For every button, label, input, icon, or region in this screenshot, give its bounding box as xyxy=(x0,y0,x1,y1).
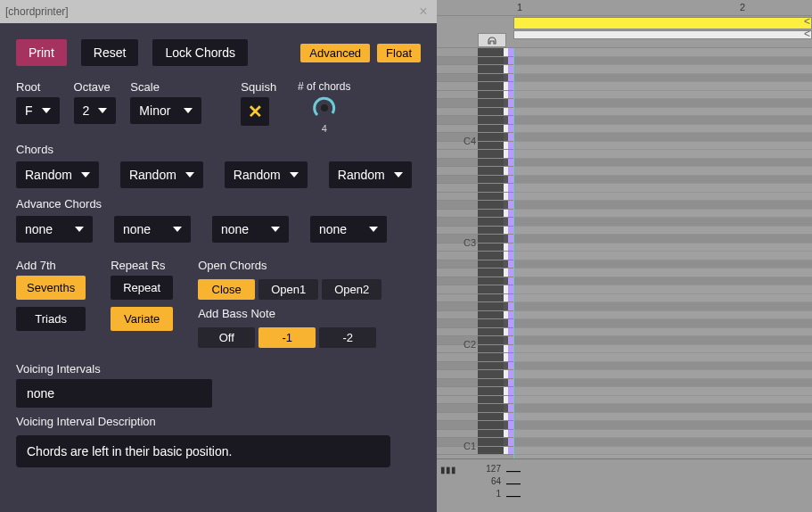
octave-select[interactable]: 2 xyxy=(74,97,117,124)
advance-slot-4[interactable]: none xyxy=(310,216,387,243)
bar-marker: 2 xyxy=(740,2,745,12)
bass-off-button[interactable]: Off xyxy=(198,327,255,348)
grid-lane xyxy=(513,277,812,286)
grid-lane xyxy=(513,404,812,413)
caret-down-icon xyxy=(184,108,193,113)
repeat-button[interactable]: Repeat xyxy=(111,276,173,300)
open-chords-label: Open Chords xyxy=(198,259,381,272)
grid-lane xyxy=(513,201,812,210)
preview-headphone-button[interactable] xyxy=(478,33,506,47)
key-lane xyxy=(437,218,513,227)
bass-minus1-button[interactable]: -1 xyxy=(258,327,316,348)
grid-lane xyxy=(513,370,812,379)
key-lane xyxy=(437,99,513,108)
advance-slot-1[interactable]: none xyxy=(16,216,93,243)
note-grid[interactable] xyxy=(513,48,812,458)
grid-lane xyxy=(513,99,812,108)
grid-lane xyxy=(513,142,812,151)
velocity-icon: ▮▮▮ xyxy=(440,465,456,475)
key-lane xyxy=(437,302,513,311)
num-chords-knob[interactable] xyxy=(311,95,338,121)
key-lane xyxy=(437,387,513,396)
key-lane xyxy=(437,277,513,286)
key-lane xyxy=(437,108,513,117)
print-button[interactable]: Print xyxy=(16,39,67,66)
grid-lane xyxy=(513,379,812,388)
voicing-description: Chords are left in their basic position. xyxy=(16,435,390,467)
chords-label: Chords xyxy=(0,137,437,158)
variate-button[interactable]: Variate xyxy=(111,307,173,331)
key-lane xyxy=(437,150,513,159)
advance-slot-3[interactable]: none xyxy=(212,216,289,243)
chord-slot-2[interactable]: Random xyxy=(120,161,203,188)
ruler[interactable]: 1 2 < < xyxy=(437,0,812,48)
open1-button[interactable]: Open1 xyxy=(258,279,318,300)
key-lane xyxy=(437,176,513,185)
key-lane xyxy=(437,201,513,210)
velocity-scale: 127 64 1 xyxy=(480,463,501,500)
add-7th-label: Add 7th xyxy=(16,259,86,272)
key-lane xyxy=(437,404,513,413)
key-lane xyxy=(437,252,513,260)
add-bass-label: Add Bass Note xyxy=(198,307,381,320)
bass-minus2-button[interactable]: -2 xyxy=(319,327,376,348)
grid-lane xyxy=(513,235,812,244)
open-chords-segment: Close Open1 Open2 xyxy=(198,279,381,300)
grid-lane xyxy=(513,82,812,91)
sevenths-button[interactable]: Sevenths xyxy=(16,276,86,300)
open-close-button[interactable]: Close xyxy=(198,279,255,300)
key-lane xyxy=(437,48,513,57)
grid-lane xyxy=(513,125,812,134)
voicing-select[interactable]: none xyxy=(16,379,212,408)
loop-brace[interactable] xyxy=(513,30,812,39)
key-lane xyxy=(437,116,513,125)
grid-lane xyxy=(513,74,812,83)
caret-down-icon xyxy=(394,172,403,178)
triads-button[interactable]: Triads xyxy=(16,307,86,331)
grid-lane xyxy=(513,311,812,320)
key-label-c2: C2 xyxy=(463,339,476,350)
caret-down-icon xyxy=(42,108,51,113)
key-lane xyxy=(437,362,513,371)
key-lane xyxy=(437,159,513,168)
piano-keys[interactable]: C4 C3 C2 C1 xyxy=(437,48,513,458)
chord-slot-3[interactable]: Random xyxy=(225,161,308,188)
root-label: Root xyxy=(16,80,60,94)
close-icon[interactable]: × xyxy=(415,4,431,20)
lock-chords-button[interactable]: Lock Chords xyxy=(152,39,248,66)
key-lane xyxy=(437,227,513,235)
grid-lane xyxy=(513,184,812,193)
open2-button[interactable]: Open2 xyxy=(322,279,381,300)
squish-button[interactable]: ✕ xyxy=(241,97,269,126)
velocity-lane[interactable]: ▮▮▮ 127 64 1 — — — xyxy=(437,458,812,512)
chord-slot-4[interactable]: Random xyxy=(329,161,412,188)
key-lane xyxy=(437,319,513,328)
grid-lane xyxy=(513,294,812,303)
main-toolbar: Print Reset Lock Chords Advanced Float xyxy=(0,23,437,73)
reset-button[interactable]: Reset xyxy=(81,39,139,66)
grid-lane xyxy=(513,167,812,176)
grid-lane xyxy=(513,285,812,294)
headphone-icon xyxy=(487,35,497,45)
midi-clip-bar[interactable] xyxy=(513,17,812,29)
grid-lane xyxy=(513,268,812,277)
advance-slot-2[interactable]: none xyxy=(114,216,191,243)
key-lane xyxy=(437,260,513,269)
grid-lane xyxy=(513,260,812,269)
grid-lane xyxy=(513,345,812,354)
bar-marker: 1 xyxy=(517,2,522,12)
chord-slot-1[interactable]: Random xyxy=(16,161,99,188)
root-select[interactable]: F xyxy=(16,97,60,124)
octave-label: Octave xyxy=(74,80,117,94)
key-lane xyxy=(437,74,513,83)
caret-down-icon xyxy=(81,172,90,178)
caret-down-icon xyxy=(173,227,182,232)
grid-lane xyxy=(513,116,812,125)
advanced-button[interactable]: Advanced xyxy=(300,44,370,62)
caret-down-icon xyxy=(290,172,299,178)
scale-select[interactable]: Minor xyxy=(130,97,201,124)
key-lane xyxy=(437,370,513,379)
svg-point-1 xyxy=(321,104,328,111)
float-button[interactable]: Float xyxy=(377,44,421,62)
grid-lane xyxy=(513,302,812,311)
